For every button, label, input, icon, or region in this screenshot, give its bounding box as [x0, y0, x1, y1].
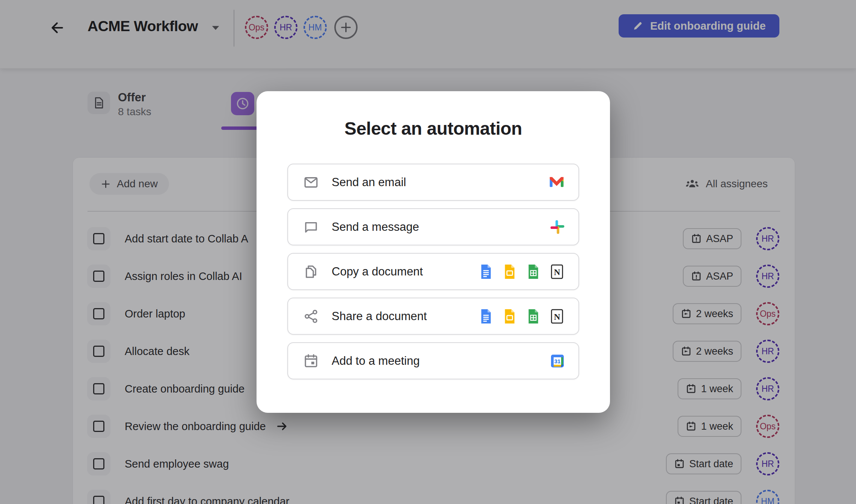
automation-label: Copy a document	[332, 265, 423, 278]
automation-copy-document[interactable]: Copy a document N	[287, 253, 579, 290]
svg-text:N: N	[554, 312, 560, 322]
google-sheets-icon	[525, 308, 541, 324]
automation-send-message[interactable]: Send a message	[287, 208, 579, 245]
notion-icon: N	[549, 264, 565, 280]
google-sheets-icon	[525, 264, 541, 280]
google-slides-icon	[502, 308, 518, 324]
calendar-icon	[303, 353, 319, 369]
automation-send-email[interactable]: Send an email	[287, 164, 579, 201]
automation-label: Send an email	[332, 176, 406, 189]
envelope-icon	[303, 175, 319, 190]
share-icon	[303, 308, 319, 324]
automation-share-document[interactable]: Share a document N	[287, 298, 579, 335]
google-calendar-icon: 31	[550, 354, 565, 369]
automation-label: Add to a meeting	[332, 354, 420, 368]
svg-text:N: N	[554, 267, 560, 277]
automation-label: Share a document	[332, 310, 427, 323]
google-docs-icon	[478, 264, 494, 280]
google-slides-icon	[502, 264, 518, 280]
copy-icon	[303, 264, 319, 280]
automation-list: Send an email Send a message	[287, 164, 579, 379]
notion-icon: N	[549, 308, 565, 324]
gmail-icon	[548, 176, 565, 188]
google-docs-icon	[478, 308, 494, 324]
automation-add-to-meeting[interactable]: Add to a meeting 31	[287, 342, 579, 379]
modal-title: Select an automation	[257, 118, 610, 139]
chat-bubble-icon	[303, 219, 319, 235]
slack-icon	[550, 220, 565, 235]
automation-label: Send a message	[332, 220, 419, 234]
automation-modal: Select an automation Send an email Send …	[257, 91, 610, 413]
svg-text:31: 31	[554, 358, 561, 364]
